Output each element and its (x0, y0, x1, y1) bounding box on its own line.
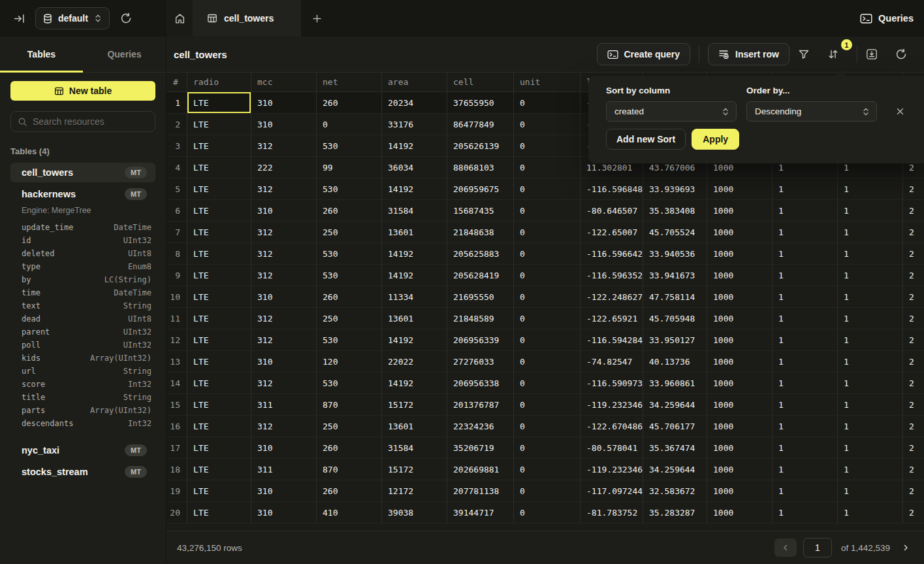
table-cell[interactable]: 0 (514, 222, 581, 243)
apply-sort-button[interactable]: Apply (692, 129, 739, 150)
sidebar-tab-tables[interactable]: Tables (0, 37, 83, 72)
table-cell[interactable]: 530 (317, 329, 382, 351)
table-cell[interactable]: 0 (514, 178, 581, 200)
table-cell[interactable]: 20234 (382, 92, 447, 114)
table-cell[interactable]: 1 (838, 178, 903, 200)
table-cell[interactable]: 1 (838, 416, 903, 437)
table-cell[interactable]: 312 (251, 329, 317, 351)
table-cell[interactable]: 1000 (707, 502, 773, 523)
table-cell[interactable]: 1 (838, 351, 903, 373)
table-cell[interactable]: 1 (773, 178, 838, 200)
table-cell[interactable]: LTE (187, 265, 251, 286)
table-cell[interactable]: 1000 (707, 286, 773, 308)
table-cell[interactable]: 0 (514, 394, 581, 416)
table-cell[interactable]: 2 (903, 502, 924, 523)
sidebar-tab-queries[interactable]: Queries (83, 37, 166, 72)
sort-column-select[interactable]: created (606, 101, 737, 122)
table-cell[interactable]: -117.097244 (581, 480, 643, 502)
table-cell[interactable]: LTE (187, 178, 251, 200)
table-cell[interactable]: 1 (773, 351, 838, 373)
table-cell[interactable]: 0 (514, 200, 581, 222)
table-cell[interactable]: 310 (251, 286, 317, 308)
table-cell[interactable]: -122.670486 (581, 416, 643, 437)
table-cell[interactable]: 35.383408 (643, 200, 707, 222)
table-cell[interactable]: 311 (251, 394, 317, 416)
table-cell[interactable]: 0 (514, 329, 581, 351)
table-cell[interactable]: -80.646507 (581, 200, 643, 222)
table-cell[interactable]: 0 (514, 502, 581, 523)
table-cell[interactable]: 312 (251, 373, 317, 394)
table-cell[interactable]: 870 (317, 459, 382, 480)
prev-page-button[interactable] (774, 539, 797, 557)
table-cell[interactable]: 22022 (382, 351, 447, 373)
table-cell[interactable]: 2 (903, 178, 924, 200)
column-header-mcc[interactable]: mcc (251, 73, 317, 91)
table-cell[interactable]: LTE (187, 308, 251, 329)
filter-button[interactable] (798, 44, 819, 65)
table-cell[interactable]: -119.232346 (581, 394, 643, 416)
table-cell[interactable]: 1000 (707, 329, 773, 351)
table-cell[interactable]: 13601 (382, 308, 447, 329)
table-cell[interactable]: 1 (773, 308, 838, 329)
table-cell[interactable]: LTE (187, 459, 251, 480)
table-cell[interactable]: 1 (773, 200, 838, 222)
table-cell[interactable]: 2 (903, 329, 924, 351)
column-header-radio[interactable]: radio (187, 73, 251, 91)
table-cell[interactable]: LTE (187, 157, 251, 178)
table-cell[interactable]: 870 (317, 394, 382, 416)
table-cell[interactable]: 1 (773, 394, 838, 416)
table-cell[interactable]: 1 (838, 200, 903, 222)
column-header-area[interactable]: area (382, 73, 447, 91)
table-cell[interactable]: LTE (187, 200, 251, 222)
table-cell[interactable]: 1000 (707, 178, 773, 200)
table-cell[interactable]: 260 (317, 480, 382, 502)
table-cell[interactable]: 1000 (707, 394, 773, 416)
table-cell[interactable]: 312 (251, 178, 317, 200)
table-cell[interactable]: 14192 (382, 329, 447, 351)
table-cell[interactable]: 1 (838, 394, 903, 416)
table-cell[interactable]: 530 (317, 135, 382, 157)
table-cell[interactable]: LTE (187, 394, 251, 416)
sidebar-item-cell-towers[interactable]: cell_towers MT (10, 163, 155, 182)
table-cell[interactable]: 2 (903, 373, 924, 394)
table-cell[interactable]: -122.65921 (581, 308, 643, 329)
table-cell[interactable]: 250 (317, 416, 382, 437)
table-cell[interactable]: 1 (773, 437, 838, 459)
table-cell[interactable]: 2 (903, 222, 924, 243)
table-cell[interactable]: 206959675 (447, 178, 514, 200)
table-cell[interactable]: 32.583672 (643, 480, 707, 502)
table-cell[interactable]: 1 (838, 308, 903, 329)
sort-button[interactable]: 1 (827, 44, 848, 65)
table-cell[interactable]: 1000 (707, 373, 773, 394)
table-cell[interactable]: 1000 (707, 265, 773, 286)
table-cell[interactable]: 1 (773, 243, 838, 265)
queries-button[interactable]: Queries (860, 0, 914, 37)
table-cell[interactable]: 39038 (382, 502, 447, 523)
table-cell[interactable]: 0 (514, 92, 581, 114)
table-cell[interactable]: 205628419 (447, 265, 514, 286)
table-cell[interactable]: 310 (251, 437, 317, 459)
column-header-cell[interactable]: cell (447, 73, 514, 91)
table-cell[interactable]: 13601 (382, 416, 447, 437)
table-cell[interactable]: 1 (773, 373, 838, 394)
table-cell[interactable]: 45.705948 (643, 308, 707, 329)
table-cell[interactable]: 1 (773, 286, 838, 308)
sidebar-item-stocks-stream[interactable]: stocks_stream MT (10, 462, 155, 482)
table-cell[interactable]: 15172 (382, 459, 447, 480)
table-cell[interactable]: 21695550 (447, 286, 514, 308)
table-cell[interactable]: 33.950127 (643, 329, 707, 351)
table-cell[interactable]: 35206719 (447, 437, 514, 459)
table-cell[interactable]: 1 (773, 416, 838, 437)
table-cell[interactable]: 39144717 (447, 502, 514, 523)
table-cell[interactable]: 1 (838, 329, 903, 351)
new-tab-button[interactable] (301, 0, 332, 37)
table-cell[interactable]: 1000 (707, 222, 773, 243)
table-cell[interactable]: 312 (251, 243, 317, 265)
table-cell[interactable]: 1000 (707, 416, 773, 437)
table-cell[interactable]: 99 (317, 157, 382, 178)
table-cell[interactable]: 36034 (382, 157, 447, 178)
table-cell[interactable]: 22324236 (447, 416, 514, 437)
table-cell[interactable]: 1 (838, 480, 903, 502)
table-cell[interactable]: 202669881 (447, 459, 514, 480)
table-cell[interactable]: 15172 (382, 394, 447, 416)
